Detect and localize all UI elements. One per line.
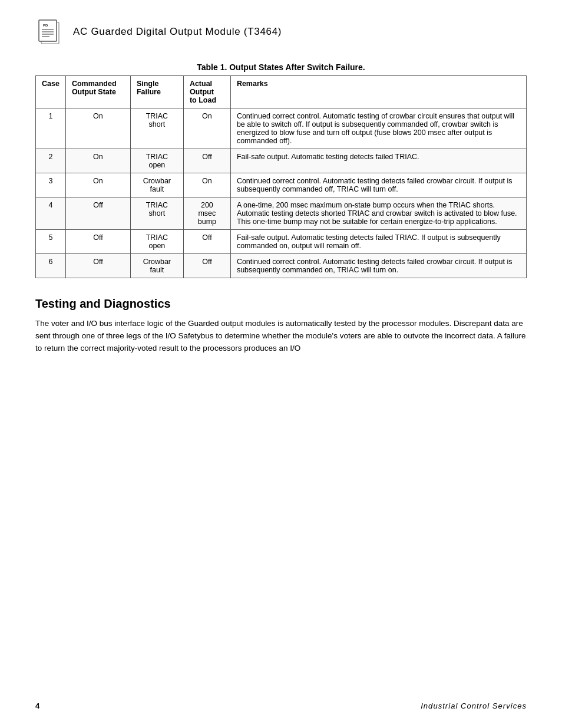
table-row: 2OnTRIACopenOffFail-safe output. Automat… [36, 149, 527, 173]
col-header-commanded: CommandedOutput State [65, 76, 130, 108]
table-row: 5OffTRIACopenOffFail-safe output. Automa… [36, 230, 527, 254]
cell-commanded: On [65, 149, 130, 173]
cell-actual: Off [183, 254, 230, 278]
cell-case: 6 [36, 254, 66, 278]
page-header: PD AC Guarded Digital Output Module (T34… [35, 18, 527, 46]
cell-single: TRIACopen [130, 149, 183, 173]
cell-single: Crowbarfault [130, 173, 183, 197]
col-header-remarks: Remarks [230, 76, 526, 108]
cell-remarks: Continued correct control. Automatic tes… [230, 108, 526, 149]
document-icon: PD [35, 18, 64, 46]
cell-single: TRIACshort [130, 197, 183, 230]
cell-remarks: Fail-safe output. Automatic testing dete… [230, 230, 526, 254]
cell-remarks: Fail-safe output. Automatic testing dete… [230, 149, 526, 173]
table-row: 3OnCrowbarfaultOnContinued correct contr… [36, 173, 527, 197]
section-heading: Testing and Diagnostics [35, 297, 527, 311]
table-row: 4OffTRIACshort200msecbumpA one-time, 200… [36, 197, 527, 230]
cell-case: 4 [36, 197, 66, 230]
cell-case: 5 [36, 230, 66, 254]
cell-case: 3 [36, 173, 66, 197]
section-body: The voter and I/O bus interface logic of… [35, 318, 527, 355]
cell-commanded: Off [65, 230, 130, 254]
cell-remarks: Continued correct control. Automatic tes… [230, 254, 526, 278]
page-number: 4 [35, 701, 39, 710]
table-row: 6OffCrowbarfaultOffContinued correct con… [36, 254, 527, 278]
col-header-case: Case [36, 76, 66, 108]
cell-remarks: A one-time, 200 msec maximum on-state bu… [230, 197, 526, 230]
cell-single: Crowbarfault [130, 254, 183, 278]
cell-commanded: On [65, 173, 130, 197]
svg-text:PD: PD [43, 24, 48, 27]
cell-actual: Off [183, 149, 230, 173]
cell-actual: On [183, 173, 230, 197]
page-footer: 4 Industrial Control Services [35, 690, 527, 710]
cell-remarks: Continued correct control. Automatic tes… [230, 173, 526, 197]
footer-company: Industrial Control Services [421, 701, 527, 710]
cell-actual: 200msecbump [183, 197, 230, 230]
table-title: Table 1. Output States After Switch Fail… [35, 62, 527, 72]
table-row: 1OnTRIACshortOnContinued correct control… [36, 108, 527, 149]
cell-case: 2 [36, 149, 66, 173]
cell-commanded: Off [65, 254, 130, 278]
col-header-actual: ActualOutputto Load [183, 76, 230, 108]
table-header-row: Case CommandedOutput State SingleFailure… [36, 76, 527, 108]
page-title: AC Guarded Digital Output Module (T3464) [73, 26, 282, 38]
output-states-table: Case CommandedOutput State SingleFailure… [35, 75, 527, 278]
cell-actual: On [183, 108, 230, 149]
cell-single: TRIACshort [130, 108, 183, 149]
cell-commanded: Off [65, 197, 130, 230]
cell-case: 1 [36, 108, 66, 149]
cell-single: TRIACopen [130, 230, 183, 254]
col-header-single: SingleFailure [130, 76, 183, 108]
cell-commanded: On [65, 108, 130, 149]
cell-actual: Off [183, 230, 230, 254]
